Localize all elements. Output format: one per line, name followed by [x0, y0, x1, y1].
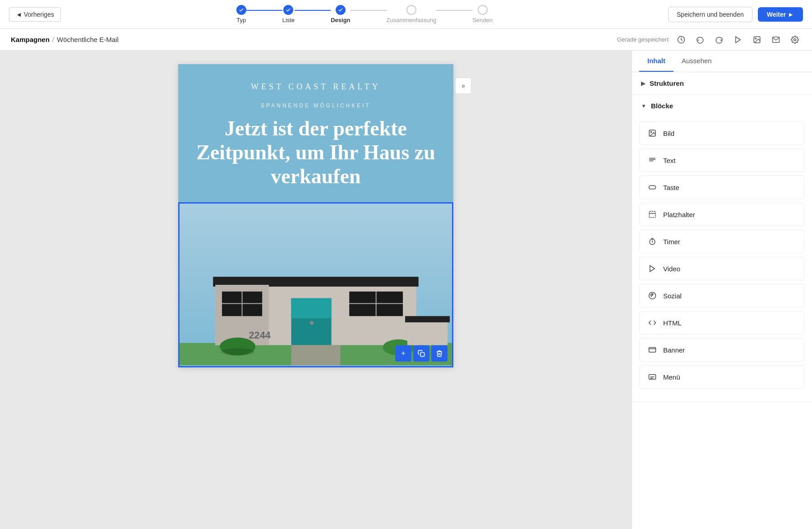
- bloecke-label: Blöcke: [651, 102, 673, 110]
- step-label-senden: Senden: [472, 17, 493, 23]
- svg-rect-26: [405, 316, 450, 322]
- image-search-icon[interactable]: [751, 33, 763, 46]
- step-typ[interactable]: Typ: [236, 5, 246, 23]
- block-item-menü[interactable]: Menü: [639, 365, 805, 389]
- chevron-right-icon: ▶: [641, 80, 645, 87]
- svg-rect-20: [291, 345, 341, 365]
- breadcrumb-campaigns[interactable]: Kampagnen: [11, 36, 50, 43]
- email-hero-section: WEST COAST REALTY SPANNENDE MÖGLICHKEIT …: [178, 64, 453, 202]
- step-label-zusammenfassung: Zusammenfassung: [387, 17, 437, 23]
- step-line-2: [351, 10, 387, 11]
- breadcrumb-page: Wöchentliche E-Mail: [57, 36, 119, 43]
- block-label-bild: Bild: [663, 130, 674, 137]
- blocks-grid: BildTextTastePlatzhalterTimerVideoSozial…: [632, 117, 812, 401]
- svg-rect-28: [420, 353, 424, 357]
- step-design[interactable]: Design: [331, 5, 350, 23]
- block-item-bild[interactable]: Bild: [639, 121, 805, 145]
- block-delete-button[interactable]: [431, 345, 448, 362]
- block-item-html[interactable]: HTML: [639, 311, 805, 334]
- social-icon: [647, 290, 658, 301]
- history-icon[interactable]: [675, 33, 687, 46]
- block-label-timer: Timer: [663, 238, 680, 246]
- block-label-banner: Banner: [663, 346, 685, 354]
- block-add-button[interactable]: +: [395, 345, 411, 362]
- house-image: 2244: [180, 204, 452, 366]
- mail-preview-icon[interactable]: [770, 33, 782, 46]
- image-icon: [647, 128, 658, 139]
- block-item-video[interactable]: Video: [639, 257, 805, 280]
- canvas-area: » WEST COAST REALTY SPANNENDE MÖGLICHKEI…: [0, 51, 632, 529]
- block-label-html: HTML: [663, 319, 682, 327]
- redo-icon[interactable]: [713, 33, 725, 46]
- block-item-banner[interactable]: Banner: [639, 338, 805, 362]
- step-zusammenfassung[interactable]: Zusammenfassung: [387, 5, 437, 23]
- breadcrumb: Kampagnen / Wöchentliche E-Mail: [11, 36, 119, 43]
- step-label-design: Design: [331, 17, 350, 23]
- svg-point-12: [310, 321, 314, 325]
- nav-right: Speichern und beenden Weiter ►: [668, 7, 803, 22]
- next-button[interactable]: Weiter ►: [758, 7, 803, 22]
- breadcrumb-bar: Kampagnen / Wöchentliche E-Mail Gerade g…: [0, 29, 812, 51]
- strukturen-label: Strukturen: [650, 79, 684, 87]
- svg-rect-41: [649, 348, 656, 353]
- svg-marker-39: [650, 265, 655, 272]
- block-label-taste: Taste: [663, 184, 679, 191]
- step-senden[interactable]: Senden: [472, 5, 493, 23]
- block-item-timer[interactable]: Timer: [639, 230, 805, 253]
- hero-title: Jetzt ist der perfekte Zeitpunkt, um Ihr…: [192, 117, 440, 189]
- block-item-platzhalter[interactable]: Platzhalter: [639, 203, 805, 226]
- svg-point-27: [221, 348, 254, 355]
- step-liste[interactable]: Liste: [282, 5, 295, 23]
- html-icon: [647, 317, 658, 328]
- breadcrumb-toolbar: Gerade gespeichert: [617, 33, 801, 46]
- block-controls: +: [395, 345, 448, 362]
- button-icon: [647, 182, 658, 193]
- banner-icon: [647, 344, 658, 355]
- block-label-menü: Menü: [663, 373, 680, 381]
- chevron-down-icon: ▼: [641, 103, 646, 109]
- settings-icon[interactable]: [789, 33, 801, 46]
- email-image-block[interactable]: 2244: [178, 202, 453, 367]
- block-item-text[interactable]: Text: [639, 148, 805, 172]
- sidebar-tabs: Inhalt Aussehen: [632, 51, 812, 72]
- sidebar-section-strukturen: ▶ Strukturen: [632, 72, 812, 95]
- prev-button[interactable]: ◄ Vorheriges: [9, 7, 61, 22]
- svg-marker-1: [736, 37, 741, 43]
- svg-point-4: [794, 38, 796, 41]
- block-copy-button[interactable]: [413, 345, 429, 362]
- tab-inhalt[interactable]: Inhalt: [639, 51, 674, 72]
- top-navigation: ◄ Vorheriges TypListeDesignZusammenfassu…: [0, 0, 812, 29]
- strukturen-header[interactable]: ▶ Strukturen: [632, 72, 812, 94]
- block-item-taste[interactable]: Taste: [639, 176, 805, 199]
- step-line-1: [295, 10, 331, 11]
- save-button[interactable]: Speichern und beenden: [668, 7, 752, 22]
- breadcrumb-separator: /: [52, 36, 54, 43]
- right-sidebar: Inhalt Aussehen ▶ Strukturen ▼ Blöcke Bi…: [632, 51, 812, 529]
- main-area: » WEST COAST REALTY SPANNENDE MÖGLICHKEI…: [0, 51, 812, 529]
- saved-status: Gerade gespeichert: [617, 36, 669, 43]
- menu-icon: [647, 371, 658, 382]
- tab-aussehen[interactable]: Aussehen: [674, 51, 720, 72]
- block-label-platzhalter: Platzhalter: [663, 211, 695, 218]
- bloecke-header[interactable]: ▼ Blöcke: [632, 95, 812, 117]
- svg-rect-35: [649, 211, 655, 218]
- hero-subtitle: SPANNENDE MÖGLICHKEIT: [192, 102, 440, 109]
- block-item-sozial[interactable]: Sozial: [639, 284, 805, 307]
- block-label-text: Text: [663, 157, 676, 164]
- undo-icon[interactable]: [694, 33, 706, 46]
- step-line-3: [436, 10, 472, 11]
- step-wizard: TypListeDesignZusammenfassungSenden: [236, 5, 493, 23]
- block-label-sozial: Sozial: [663, 292, 682, 300]
- placeholder-icon: [647, 209, 658, 220]
- collapse-toggle[interactable]: »: [455, 78, 471, 94]
- nav-left: ◄ Vorheriges: [9, 7, 61, 22]
- timer-icon: [647, 236, 658, 247]
- svg-text:2244: 2244: [249, 329, 270, 340]
- svg-rect-11: [291, 298, 332, 318]
- hero-brand: WEST COAST REALTY: [192, 82, 440, 92]
- house-scene: 2244: [180, 204, 452, 366]
- svg-point-3: [755, 38, 756, 39]
- svg-rect-34: [649, 186, 656, 189]
- preview-icon[interactable]: [732, 33, 744, 46]
- svg-rect-25: [407, 320, 448, 345]
